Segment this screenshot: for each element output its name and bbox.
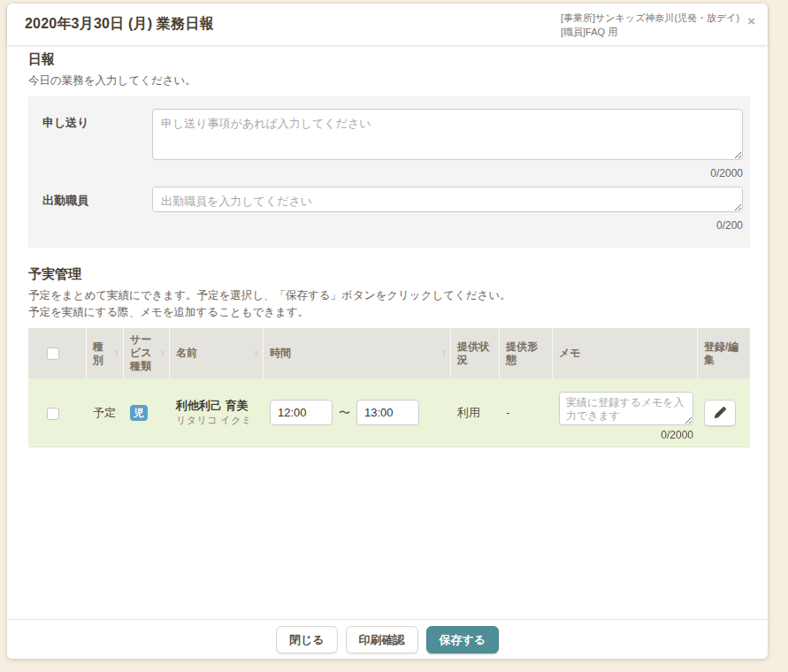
handover-char-counter: 0/2000 — [152, 167, 743, 179]
column-header-service-type[interactable]: サービス種類↕ — [124, 328, 170, 378]
staff-context-line: [職員]FAQ 用 — [561, 26, 739, 39]
column-header-edit: 登録/編集 — [698, 328, 750, 378]
plan-actual-heading: 予実管理 — [28, 266, 750, 283]
column-header-provision-form: 提供形態 — [500, 328, 553, 378]
print-preview-button[interactable]: 印刷確認 — [346, 626, 418, 653]
modal-header: 2020年3月30日 (月) 業務日報 [事業所]サンキッズ神奈川(児発・放デイ… — [7, 4, 768, 45]
column-header-service-type-label: サービス種類 — [130, 333, 159, 373]
column-header-name[interactable]: 名前↕ — [170, 328, 264, 378]
office-context-line: [事業所]サンキッズ神奈川(児発・放デイ) — [561, 11, 739, 25]
attending-staff-control: 0/200 — [152, 187, 743, 239]
sort-icon[interactable]: ↕ — [161, 348, 165, 358]
select-all-header-cell — [28, 328, 87, 378]
column-header-time-label: 時間 — [270, 347, 291, 360]
column-header-memo: メモ — [553, 328, 698, 378]
child-service-badge: 児 — [130, 405, 148, 421]
modal-footer: 閉じる 印刷確認 保存する — [7, 619, 768, 659]
daily-report-form-panel: 申し送り 0/2000 出勤職員 0/200 — [28, 96, 750, 248]
row-provision-form-cell: - — [500, 378, 553, 447]
time-separator: 〜 — [339, 405, 350, 421]
end-time-input[interactable] — [356, 400, 419, 425]
attending-staff-label: 出勤職員 — [42, 187, 152, 209]
attending-staff-char-counter: 0/200 — [152, 219, 743, 232]
handover-label: 申し送り — [42, 109, 152, 131]
edit-record-button[interactable] — [704, 400, 736, 426]
table-header-row: 種別↕ サービス種類↕ 名前↕ 時間↕ 提供状況 提供形態 メ — [28, 328, 750, 378]
memo-textarea[interactable] — [559, 392, 693, 425]
sort-icon[interactable]: ↕ — [115, 348, 119, 358]
user-name: 利他利己 育美 — [176, 399, 259, 413]
sort-icon[interactable]: ↕ — [255, 348, 259, 358]
daily-report-description: 今日の業務を入力してください。 — [28, 73, 750, 89]
save-button[interactable]: 保存する — [426, 626, 500, 653]
page-title: 2020年3月30日 (月) 業務日報 — [25, 15, 214, 34]
daily-report-modal: 2020年3月30日 (月) 業務日報 [事業所]サンキッズ神奈川(児発・放デイ… — [7, 4, 768, 659]
attending-staff-field-row: 出勤職員 0/200 — [42, 187, 743, 239]
column-header-time[interactable]: 時間↕ — [264, 328, 451, 378]
header-context-area: [事業所]サンキッズ神奈川(児発・放デイ) [職員]FAQ 用 × — [561, 10, 755, 39]
plan-actual-description-line1: 予定をまとめて実績にできます。予定を選択し、「保存する」ボタンをクリックしてくだ… — [28, 287, 750, 304]
row-select-cell — [28, 378, 87, 447]
row-time-cell: 〜 — [264, 378, 451, 447]
row-type-cell: 予定 — [87, 378, 124, 447]
plan-actual-description-line2: 予定を実績にする際、メモを追加することもできます。 — [28, 304, 750, 321]
table-row: 予定 児 利他利己 育美 リタリコ イクミ 〜 — [28, 378, 750, 447]
plan-table: 種別↕ サービス種類↕ 名前↕ 時間↕ 提供状況 提供形態 メ — [28, 328, 750, 447]
daily-report-section: 日報 今日の業務を入力してください。 申し送り 0/2000 出勤職員 0/20… — [28, 51, 750, 248]
handover-control: 0/2000 — [152, 109, 743, 187]
row-name-cell: 利他利己 育美 リタリコ イクミ — [170, 378, 264, 447]
close-icon[interactable]: × — [747, 11, 755, 27]
sort-icon[interactable]: ↕ — [442, 348, 447, 358]
modal-body: 日報 今日の業務を入力してください。 申し送り 0/2000 出勤職員 0/20… — [7, 45, 768, 619]
select-all-checkbox[interactable] — [47, 347, 59, 360]
pencil-icon — [714, 407, 726, 419]
row-memo-cell: 0/2000 — [553, 378, 698, 447]
close-button[interactable]: 閉じる — [276, 626, 338, 653]
column-header-type-label: 種別 — [93, 340, 113, 367]
office-staff-context: [事業所]サンキッズ神奈川(児発・放デイ) [職員]FAQ 用 — [561, 11, 739, 39]
plan-actual-description: 予定をまとめて実績にできます。予定を選択し、「保存する」ボタンをクリックしてくだ… — [28, 287, 750, 321]
column-header-provision-status: 提供状況 — [451, 328, 500, 378]
handover-field-row: 申し送り 0/2000 — [42, 109, 743, 187]
row-edit-cell — [698, 378, 750, 447]
column-header-name-label: 名前 — [176, 347, 197, 360]
row-select-checkbox[interactable] — [47, 408, 59, 420]
memo-char-counter: 0/2000 — [559, 429, 693, 441]
attending-staff-textarea[interactable] — [152, 187, 743, 212]
handover-textarea[interactable] — [152, 109, 743, 160]
daily-report-heading: 日報 — [28, 51, 750, 68]
start-time-input[interactable] — [270, 400, 333, 425]
column-header-type[interactable]: 種別↕ — [87, 328, 124, 378]
row-provision-status-cell: 利用 — [451, 378, 500, 447]
user-name-kana: リタリコ イクミ — [176, 414, 259, 426]
plan-actual-section: 予実管理 予定をまとめて実績にできます。予定を選択し、「保存する」ボタンをクリッ… — [28, 266, 750, 448]
row-service-cell: 児 — [124, 378, 170, 447]
